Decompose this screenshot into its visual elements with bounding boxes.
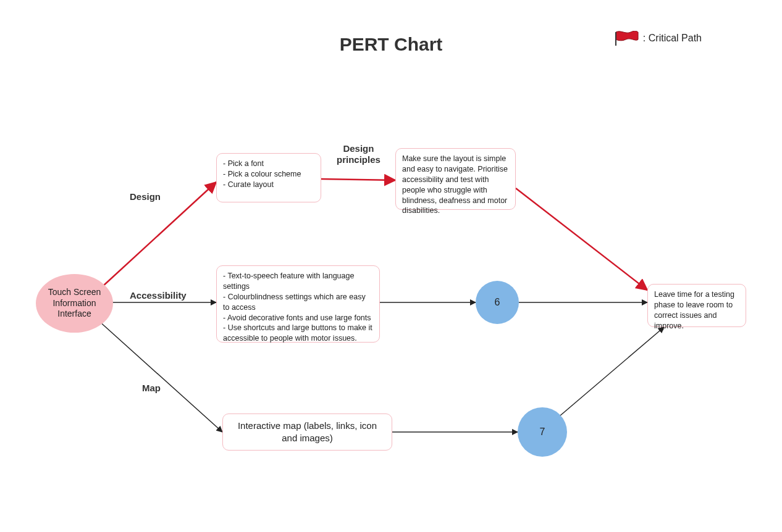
- accessibility-box: - Text-to-speech feature with language s…: [216, 265, 380, 343]
- svg-line-7: [99, 321, 222, 432]
- node-7-label: 7: [540, 426, 545, 438]
- svg-line-3: [516, 188, 647, 290]
- edge-label-map: Map: [142, 383, 161, 393]
- start-node-label: Touch Screen Information Interface: [36, 285, 113, 322]
- end-box: Leave time for a testing phase to leave …: [647, 284, 746, 327]
- design-box: - Pick a font - Pick a colour scheme - C…: [216, 153, 321, 202]
- edge-label-accessibility: Accessibility: [130, 290, 187, 301]
- map-box: Interactive map (labels, links, icon and…: [222, 414, 392, 451]
- node-7: 7: [518, 407, 567, 457]
- arrows-layer: [0, 0, 782, 532]
- legend: : Critical Path: [615, 31, 702, 46]
- edge-label-design-principles: Design principles: [337, 143, 380, 165]
- node-6-label: 6: [495, 297, 500, 308]
- svg-line-9: [559, 327, 664, 417]
- svg-line-2: [321, 179, 395, 180]
- principles-box: Make sure the layout is simple and easy …: [395, 148, 516, 210]
- node-6: 6: [476, 281, 519, 324]
- start-node: Touch Screen Information Interface: [36, 274, 113, 333]
- flag-icon: [615, 31, 639, 46]
- legend-label: : Critical Path: [643, 33, 702, 44]
- edge-label-design: Design: [130, 191, 161, 202]
